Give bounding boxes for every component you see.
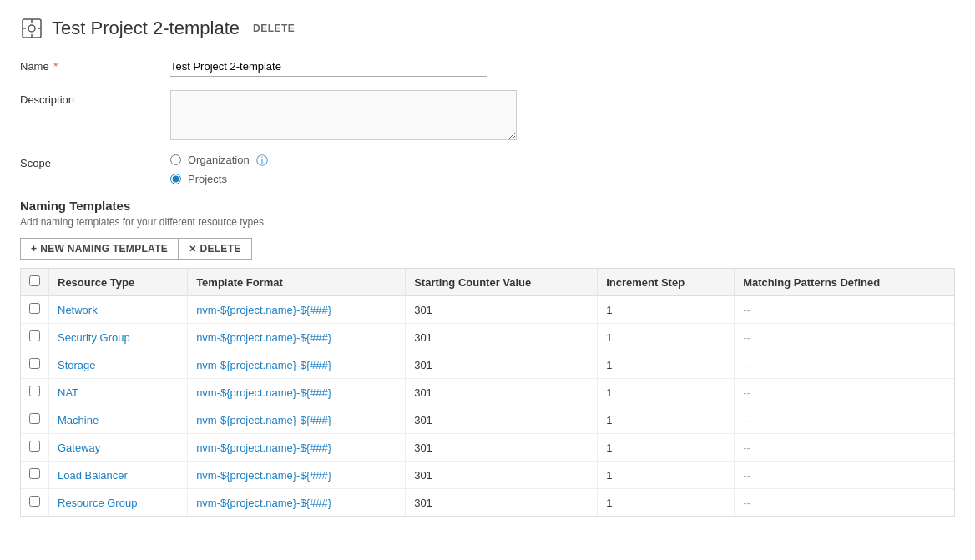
scope-info-icon[interactable]: ⓘ bbox=[256, 154, 268, 169]
cell-resource-type: Storage bbox=[49, 351, 188, 379]
cell-template-format: nvm-${project.name}-${###} bbox=[188, 406, 406, 434]
plus-icon: + bbox=[31, 243, 37, 255]
row-checkbox-cell bbox=[21, 434, 49, 462]
cell-starting-counter: 301 bbox=[406, 406, 598, 434]
resource-type-link[interactable]: Gateway bbox=[58, 441, 100, 454]
row-checkbox[interactable] bbox=[29, 330, 40, 341]
table-row: NAT nvm-${project.name}-${###} 301 1 -- bbox=[21, 379, 954, 406]
x-icon: ✕ bbox=[189, 244, 196, 255]
cell-increment-step: 1 bbox=[598, 489, 735, 517]
resource-type-link[interactable]: Machine bbox=[58, 414, 99, 426]
col-matching-patterns: Matching Patterns Defined bbox=[735, 269, 954, 296]
row-checkbox-cell bbox=[21, 296, 49, 324]
svg-point-1 bbox=[28, 25, 35, 32]
table-row: Network nvm-${project.name}-${###} 301 1… bbox=[21, 296, 954, 324]
cell-increment-step: 1 bbox=[598, 434, 735, 462]
cell-starting-counter: 301 bbox=[406, 434, 598, 462]
cell-template-format: nvm-${project.name}-${###} bbox=[188, 434, 406, 462]
cell-template-format: nvm-${project.name}-${###} bbox=[188, 462, 406, 489]
scope-organization-radio[interactable] bbox=[170, 154, 181, 165]
resource-type-link[interactable]: Network bbox=[58, 304, 98, 316]
table-row: Load Balancer nvm-${project.name}-${###}… bbox=[21, 462, 954, 489]
cell-starting-counter: 301 bbox=[406, 379, 598, 406]
cell-matching-patterns: -- bbox=[735, 296, 954, 324]
cell-increment-step: 1 bbox=[598, 462, 735, 489]
row-checkbox[interactable] bbox=[29, 386, 40, 396]
name-label: Name * bbox=[20, 57, 170, 73]
new-button-label: NEW NAMING TEMPLATE bbox=[40, 243, 168, 255]
select-all-checkbox[interactable] bbox=[29, 275, 40, 286]
table-row: Resource Group nvm-${project.name}-${###… bbox=[21, 489, 954, 517]
cell-starting-counter: 301 bbox=[406, 296, 598, 324]
table-row: Machine nvm-${project.name}-${###} 301 1… bbox=[21, 406, 954, 434]
name-row: Name * bbox=[20, 57, 955, 77]
delete-naming-template-button[interactable]: ✕ DELETE bbox=[179, 238, 251, 260]
cell-increment-step: 1 bbox=[598, 296, 735, 324]
scope-projects-label: Projects bbox=[188, 173, 227, 185]
cell-matching-patterns: -- bbox=[735, 434, 954, 462]
col-template-format: Template Format bbox=[188, 269, 406, 296]
cell-resource-type: Machine bbox=[49, 406, 188, 434]
delete-button-label: DELETE bbox=[200, 243, 240, 255]
cell-template-format: nvm-${project.name}-${###} bbox=[188, 351, 406, 379]
row-checkbox[interactable] bbox=[29, 441, 40, 452]
naming-templates-toolbar: + NEW NAMING TEMPLATE ✕ DELETE bbox=[20, 238, 955, 260]
cell-starting-counter: 301 bbox=[406, 462, 598, 489]
cell-matching-patterns: -- bbox=[735, 462, 954, 489]
cell-matching-patterns: -- bbox=[735, 489, 954, 517]
cell-template-format: nvm-${project.name}-${###} bbox=[188, 379, 406, 406]
resource-type-link[interactable]: Load Balancer bbox=[58, 469, 128, 482]
row-checkbox[interactable] bbox=[29, 358, 40, 369]
row-checkbox[interactable] bbox=[29, 413, 40, 424]
row-checkbox[interactable] bbox=[29, 496, 40, 507]
scope-projects-radio[interactable] bbox=[170, 174, 181, 184]
scope-organization-label: Organization bbox=[188, 154, 250, 166]
cell-increment-step: 1 bbox=[598, 406, 735, 434]
naming-templates-table: Resource Type Template Format Starting C… bbox=[21, 269, 954, 516]
required-indicator: * bbox=[51, 60, 58, 73]
scope-organization-option[interactable]: Organization bbox=[170, 154, 250, 166]
page-title: Test Project 2-template bbox=[20, 17, 240, 40]
cell-increment-step: 1 bbox=[598, 379, 735, 406]
cell-matching-patterns: -- bbox=[735, 406, 954, 434]
title-text: Test Project 2-template bbox=[52, 18, 240, 39]
col-starting-counter: Starting Counter Value bbox=[406, 269, 598, 296]
table-row: Storage nvm-${project.name}-${###} 301 1… bbox=[21, 351, 954, 379]
cell-template-format: nvm-${project.name}-${###} bbox=[188, 324, 406, 351]
row-checkbox[interactable] bbox=[29, 303, 40, 314]
row-checkbox-cell bbox=[21, 462, 49, 489]
description-row: Description bbox=[20, 90, 955, 140]
cell-matching-patterns: -- bbox=[735, 379, 954, 406]
naming-templates-table-wrapper: Resource Type Template Format Starting C… bbox=[20, 268, 955, 517]
resource-type-link[interactable]: Security Group bbox=[58, 331, 130, 344]
cell-starting-counter: 301 bbox=[406, 324, 598, 351]
resource-type-link[interactable]: Storage bbox=[58, 359, 96, 371]
description-textarea[interactable] bbox=[170, 90, 517, 140]
table-row: Gateway nvm-${project.name}-${###} 301 1… bbox=[21, 434, 954, 462]
table-header-row: Resource Type Template Format Starting C… bbox=[21, 269, 954, 296]
scope-options: Organization Projects bbox=[170, 154, 250, 185]
col-resource-type: Resource Type bbox=[49, 269, 188, 296]
row-checkbox-cell bbox=[21, 379, 49, 406]
cell-increment-step: 1 bbox=[598, 324, 735, 351]
naming-templates-section: Naming Templates Add naming templates fo… bbox=[20, 199, 955, 517]
cell-template-format: nvm-${project.name}-${###} bbox=[188, 489, 406, 517]
cell-matching-patterns: -- bbox=[735, 351, 954, 379]
row-checkbox[interactable] bbox=[29, 468, 40, 479]
scope-row: Scope Organization Projects ⓘ bbox=[20, 154, 955, 185]
row-checkbox-cell bbox=[21, 406, 49, 434]
scope-projects-option[interactable]: Projects bbox=[170, 173, 250, 185]
row-checkbox-cell bbox=[21, 351, 49, 379]
name-input[interactable] bbox=[170, 57, 488, 77]
naming-templates-subtitle: Add naming templates for your different … bbox=[20, 216, 955, 228]
project-icon bbox=[20, 17, 43, 40]
resource-type-link[interactable]: Resource Group bbox=[58, 497, 137, 509]
new-naming-template-button[interactable]: + NEW NAMING TEMPLATE bbox=[20, 238, 179, 260]
cell-resource-type: Resource Group bbox=[49, 489, 188, 517]
cell-template-format: nvm-${project.name}-${###} bbox=[188, 296, 406, 324]
row-checkbox-cell bbox=[21, 324, 49, 351]
cell-resource-type: Security Group bbox=[49, 324, 188, 351]
col-increment-step: Increment Step bbox=[598, 269, 735, 296]
header-delete-button[interactable]: DELETE bbox=[253, 23, 295, 34]
resource-type-link[interactable]: NAT bbox=[58, 386, 78, 399]
